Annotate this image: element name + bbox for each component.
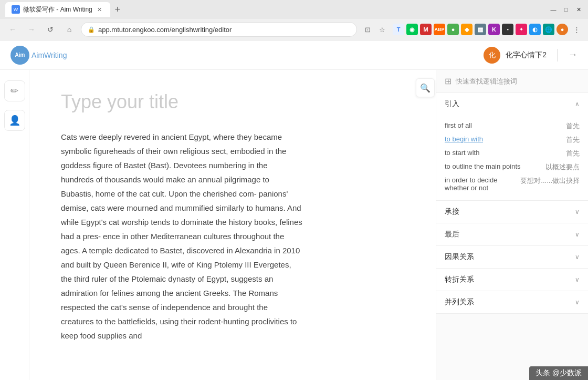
app-header: Aim AimWriting 化 化字心情下2 → xyxy=(0,40,588,70)
section-zhuanzhe: 转折关系 ∨ xyxy=(436,269,588,291)
title-placeholder[interactable]: Type your title xyxy=(61,91,404,113)
new-tab-button[interactable]: + xyxy=(110,2,125,17)
logo-short: Aim xyxy=(15,52,25,58)
browser-actions: ⊡ ☆ xyxy=(361,23,388,36)
maximize-button[interactable]: □ xyxy=(562,5,570,14)
section-introduction-content: first of all 首先 to begin with 首先 to star… xyxy=(436,115,588,200)
phrase-en-4[interactable]: to outline the main points xyxy=(445,162,541,170)
watermark-text: 头条 @少数派 xyxy=(536,368,582,377)
minimize-button[interactable]: — xyxy=(549,5,558,14)
phrase-en-5[interactable]: in order to decide whether or not xyxy=(445,176,516,192)
cast-icon[interactable]: ⊡ xyxy=(361,23,374,36)
ext-abp[interactable]: ABP xyxy=(434,24,445,35)
phrase-row-2: to begin with 首先 xyxy=(445,133,580,147)
ext-purple[interactable]: K xyxy=(488,24,500,35)
ext-dot[interactable]: ● xyxy=(447,24,459,35)
phrase-row-5: in order to decide whether or not 要想对...… xyxy=(445,174,580,194)
tab-close-button[interactable]: ✕ xyxy=(96,5,104,14)
logo-text: AimWriting xyxy=(32,51,67,59)
extension-icons: T ◉ M ABP ● ◆ ▦ K ▪ ✦ ◐ 🌐 ● ⋮ xyxy=(393,23,583,36)
title-bar: W 微软爱写作 - Aim Writing ✕ + — □ ✕ xyxy=(0,0,588,19)
phrase-en-3[interactable]: to start with xyxy=(445,149,562,157)
tab-area: W 微软爱写作 - Aim Writing ✕ + xyxy=(5,2,545,17)
phrase-en-1[interactable]: first of all xyxy=(445,121,562,129)
forward-button[interactable]: → xyxy=(24,22,39,37)
editor-content[interactable]: Cats were deeply revered in ancient Egyp… xyxy=(61,130,302,343)
ext-translate[interactable]: T xyxy=(393,24,404,35)
person-icon: 👤 xyxy=(9,115,20,126)
main-area: ✏ 👤 Type your title Cats were deeply rev… xyxy=(0,70,588,380)
user-info: 化 化字心情下2 → xyxy=(484,47,578,64)
editor-search-button[interactable]: 🔍 xyxy=(416,78,435,97)
phrase-cn-3: 首先 xyxy=(566,149,580,158)
panel-search-icon: ⊞ xyxy=(445,76,452,86)
section-yinguo-header[interactable]: 因果关系 ∨ xyxy=(436,246,588,268)
section-introduction: 引入 ∧ first of all 首先 to begin with 首先 to… xyxy=(436,93,588,201)
lock-icon: 🔒 xyxy=(88,26,95,33)
browser-tab[interactable]: W 微软爱写作 - Aim Writing ✕ xyxy=(5,2,110,17)
phrase-cn-5: 要想对......做出抉择 xyxy=(520,176,580,186)
section-chengcheng-header[interactable]: 承接 ∨ xyxy=(436,201,588,223)
left-toolbar: ✏ 👤 xyxy=(0,70,29,380)
search-icon: 🔍 xyxy=(420,83,430,93)
editor-area[interactable]: Type your title Cats were deeply revered… xyxy=(29,70,436,380)
url-bar[interactable]: 🔒 app.mtutor.engkoo.com/englishwriting/e… xyxy=(81,22,357,37)
phrase-cn-2: 首先 xyxy=(566,135,580,145)
phrase-row-3: to start with 首先 xyxy=(445,147,580,160)
watermark: 头条 @少数派 xyxy=(529,366,588,380)
section-zuihou-title: 最后 xyxy=(445,230,459,239)
right-panel: ⊞ 快速查找逻辑连接词 引入 ∧ first of all 首先 to begi… xyxy=(436,70,588,380)
logout-button[interactable]: → xyxy=(568,49,578,60)
phrase-en-2[interactable]: to begin with xyxy=(445,135,562,143)
section-chengcheng: 承接 ∨ xyxy=(436,201,588,223)
section-introduction-header[interactable]: 引入 ∧ xyxy=(436,93,588,115)
ext-black[interactable]: ▪ xyxy=(502,24,513,35)
ext-teal[interactable]: 🌐 xyxy=(543,24,554,35)
phrase-row-1: first of all 首先 xyxy=(445,119,580,133)
section-chengcheng-arrow: ∨ xyxy=(575,208,580,215)
section-introduction-title: 引入 xyxy=(445,99,459,109)
section-binglie-title: 并列关系 xyxy=(445,297,474,307)
back-button[interactable]: ← xyxy=(5,22,20,37)
address-bar: ← → ↺ ⌂ 🔒 app.mtutor.engkoo.com/englishw… xyxy=(0,19,588,40)
ext-mail[interactable]: M xyxy=(420,24,432,35)
section-binglie-arrow: ∨ xyxy=(575,299,580,306)
app-container: Aim AimWriting 化 化字心情下2 → ✏ 👤 Type your … xyxy=(0,40,588,380)
user-name: 化字心情下2 xyxy=(506,50,547,60)
ext-pink[interactable]: ✦ xyxy=(516,24,527,35)
pencil-icon: ✏ xyxy=(10,85,18,97)
section-zhuanzhe-header[interactable]: 转折关系 ∨ xyxy=(436,269,588,291)
home-button[interactable]: ⌂ xyxy=(62,22,77,37)
section-zhuanzhe-title: 转折关系 xyxy=(445,275,474,284)
phrase-row-4: to outline the main points 以概述要点 xyxy=(445,160,580,174)
section-yinguo: 因果关系 ∨ xyxy=(436,246,588,269)
section-zuihou-header[interactable]: 最后 ∨ xyxy=(436,223,588,245)
refresh-button[interactable]: ↺ xyxy=(43,22,58,37)
ext-orange[interactable]: ◆ xyxy=(461,24,472,35)
ext-gray[interactable]: ▦ xyxy=(475,24,486,35)
section-chengcheng-title: 承接 xyxy=(445,207,459,217)
logo-icon: Aim xyxy=(10,46,29,65)
window-controls: — □ ✕ xyxy=(549,5,583,14)
section-zhuanzhe-arrow: ∨ xyxy=(575,276,580,283)
section-introduction-arrow: ∧ xyxy=(575,100,580,108)
logo: Aim AimWriting xyxy=(10,46,67,65)
section-yinguo-arrow: ∨ xyxy=(575,253,580,261)
menu-icon[interactable]: ⋮ xyxy=(570,23,583,36)
user-tool-button[interactable]: 👤 xyxy=(4,110,25,131)
panel-header: ⊞ 快速查找逻辑连接词 xyxy=(436,70,588,93)
section-zuihou: 最后 ∨ xyxy=(436,223,588,246)
section-binglie-header[interactable]: 并列关系 ∨ xyxy=(436,291,588,313)
pencil-tool-button[interactable]: ✏ xyxy=(4,80,25,101)
ext-green[interactable]: ◉ xyxy=(406,24,418,35)
user-account-icon[interactable]: ● xyxy=(556,24,568,35)
close-button[interactable]: ✕ xyxy=(574,5,583,14)
phrase-cn-4: 以概述要点 xyxy=(545,162,580,172)
tab-title: 微软爱写作 - Aim Writing xyxy=(23,5,92,14)
header-divider xyxy=(557,49,558,61)
section-binglie: 并列关系 ∨ xyxy=(436,291,588,314)
bookmark-icon[interactable]: ☆ xyxy=(376,23,388,36)
ext-blue[interactable]: ◐ xyxy=(529,24,541,35)
section-zuihou-arrow: ∨ xyxy=(575,231,580,238)
panel-search-placeholder[interactable]: 快速查找逻辑连接词 xyxy=(456,77,580,86)
